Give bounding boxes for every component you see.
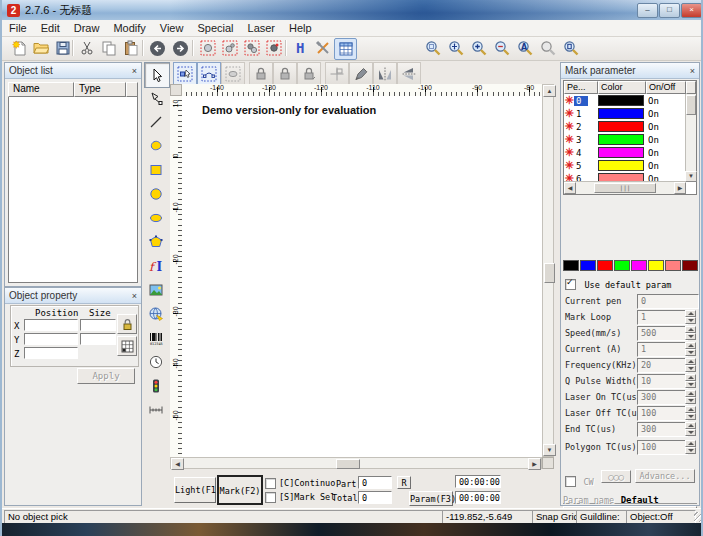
hand-draw-button[interactable] — [349, 62, 373, 85]
object-list-body[interactable] — [8, 97, 138, 283]
zoom-page-button[interactable] — [560, 38, 581, 58]
zoom-pan-button[interactable] — [445, 38, 466, 58]
position-y-input[interactable] — [24, 333, 78, 345]
menu-draw[interactable]: Draw — [67, 22, 107, 34]
light-button[interactable]: Light(F1) — [174, 477, 216, 503]
param-f3-button[interactable]: Param(F3) — [409, 491, 453, 506]
total-count-input[interactable]: 0 — [358, 491, 392, 504]
vertical-scroll-thumb[interactable] — [544, 263, 555, 283]
mark-config-2-button[interactable] — [219, 38, 240, 58]
current-spinner[interactable] — [685, 342, 696, 356]
param-table-button[interactable] — [334, 38, 357, 60]
menu-laser[interactable]: Laser — [241, 22, 283, 34]
close-button[interactable]: × — [681, 3, 702, 18]
resize-grip[interactable] — [694, 512, 703, 522]
laser-off-tc-spinner[interactable] — [685, 406, 696, 420]
zoom-in-button[interactable] — [468, 38, 489, 58]
palette-swatch-6[interactable] — [665, 260, 681, 271]
status-object-state[interactable]: Object:Off — [626, 510, 696, 524]
status-snap-grid[interactable]: Snap Grid — [532, 510, 580, 524]
advance-button[interactable]: Advance... — [635, 469, 695, 483]
pen-scroll-right-icon[interactable]: ▶ — [674, 182, 686, 194]
apply-button[interactable]: Apply — [77, 368, 135, 384]
scroll-right-icon[interactable]: ▶ — [528, 458, 541, 470]
palette-swatch-5[interactable] — [648, 260, 664, 271]
reset-part-button[interactable]: R — [397, 476, 411, 489]
pen-table-hthumb[interactable]: ||| — [594, 183, 656, 193]
tool-delay-button[interactable] — [144, 350, 168, 374]
menu-special[interactable]: Special — [190, 22, 240, 34]
polygon-tc-spinner[interactable] — [685, 440, 696, 454]
menu-view[interactable]: View — [153, 22, 191, 34]
tool-circle-button[interactable] — [144, 182, 168, 206]
cw-checkbox[interactable] — [565, 476, 576, 487]
position-z-input[interactable] — [24, 347, 78, 359]
pen-scroll-down-icon[interactable]: ▼ — [685, 171, 697, 182]
mark-selected-checkbox[interactable] — [265, 492, 276, 503]
menu-modify[interactable]: Modify — [106, 22, 152, 34]
tool-curve-button[interactable] — [144, 134, 168, 158]
tool-vector-file-button[interactable] — [144, 302, 168, 326]
redo-button[interactable] — [170, 38, 191, 58]
frequency-spinner[interactable] — [685, 358, 696, 372]
title-bar[interactable]: 2 2.7.6 - 无标题 – □ × — [2, 0, 703, 20]
tool-select-button[interactable] — [144, 62, 170, 88]
horizontal-scroll-thumb[interactable] — [336, 459, 360, 469]
object-list-close-icon[interactable]: × — [132, 66, 137, 76]
speed-spinner[interactable] — [685, 326, 696, 340]
mark-parameter-close-icon[interactable]: × — [690, 66, 695, 76]
palette-swatch-0[interactable] — [563, 260, 579, 271]
laser-off-tc-input[interactable]: 100 — [637, 406, 688, 421]
tool-ruler-button[interactable] — [144, 398, 168, 422]
drawing-canvas[interactable]: Demo version-only for evaluation — [182, 96, 542, 457]
use-default-param-checkbox[interactable] — [565, 279, 576, 290]
tool-line-button[interactable] — [144, 110, 168, 134]
mark-loop-spinner[interactable] — [685, 310, 696, 324]
tool-rectangle-button[interactable] — [144, 158, 168, 182]
laser-on-tc-input[interactable]: 300 — [637, 390, 688, 405]
object-property-close-icon[interactable]: × — [132, 291, 137, 301]
cut-button[interactable] — [76, 38, 97, 58]
part-count-input[interactable]: 0 — [358, 476, 392, 489]
pen-row-2[interactable]: ✳2On — [564, 120, 696, 133]
lock-2-button[interactable] — [273, 62, 297, 85]
menu-file[interactable]: File — [2, 22, 34, 34]
mirror-vertical-button[interactable] — [373, 62, 397, 85]
tool-node-edit-button[interactable] — [144, 86, 168, 110]
pick-object-button[interactable] — [221, 62, 245, 85]
current-input[interactable]: 1 — [637, 342, 688, 357]
zoom-all-button[interactable]: A — [514, 38, 535, 58]
node-select-button[interactable] — [197, 62, 221, 85]
q-pulse-width-spinner[interactable] — [685, 374, 696, 388]
array-grid-button[interactable] — [117, 336, 137, 356]
undo-button[interactable] — [147, 38, 168, 58]
mirror-horizontal-button[interactable] — [397, 62, 421, 85]
open-button[interactable] — [30, 38, 51, 58]
lock-1-button[interactable] — [249, 62, 273, 85]
zoom-blank-button[interactable] — [537, 38, 558, 58]
tool-barcode-button[interactable]: 012345 — [144, 326, 168, 350]
end-tc-spinner[interactable] — [685, 422, 696, 436]
pen-row-5[interactable]: ✳5On — [564, 159, 696, 172]
canvas-horizontal-scrollbar[interactable]: ◀ ▶ — [170, 457, 542, 469]
tool-io-control-button[interactable] — [144, 374, 168, 398]
lock-3-button[interactable] — [297, 62, 321, 85]
pen-table-hscrollbar[interactable]: ◀ ||| ▶ — [564, 181, 686, 194]
scroll-up-icon[interactable]: ▲ — [543, 85, 556, 97]
save-button[interactable] — [52, 38, 73, 58]
scroll-left-icon[interactable]: ◀ — [171, 458, 184, 470]
menu-help[interactable]: Help — [282, 22, 319, 34]
status-guideline[interactable]: Guildline: — [576, 510, 630, 524]
zoom-window-button[interactable] — [422, 38, 443, 58]
palette-swatch-1[interactable] — [580, 260, 596, 271]
pen-row-3[interactable]: ✳3On — [564, 133, 696, 146]
minimize-button[interactable]: – — [637, 3, 658, 18]
tool-ellipse-button[interactable] — [144, 206, 168, 230]
pen-scroll-left-icon[interactable]: ◀ — [564, 182, 576, 194]
tool-polygon-button[interactable] — [144, 230, 168, 254]
end-tc-input[interactable]: 300 — [637, 422, 688, 437]
zoom-out-button[interactable] — [491, 38, 512, 58]
mark-config-1-button[interactable] — [197, 38, 218, 58]
pen-table-vscrollbar[interactable]: ▼ — [685, 94, 696, 182]
canvas-vertical-scrollbar[interactable]: ▲ ▼ — [542, 84, 554, 457]
